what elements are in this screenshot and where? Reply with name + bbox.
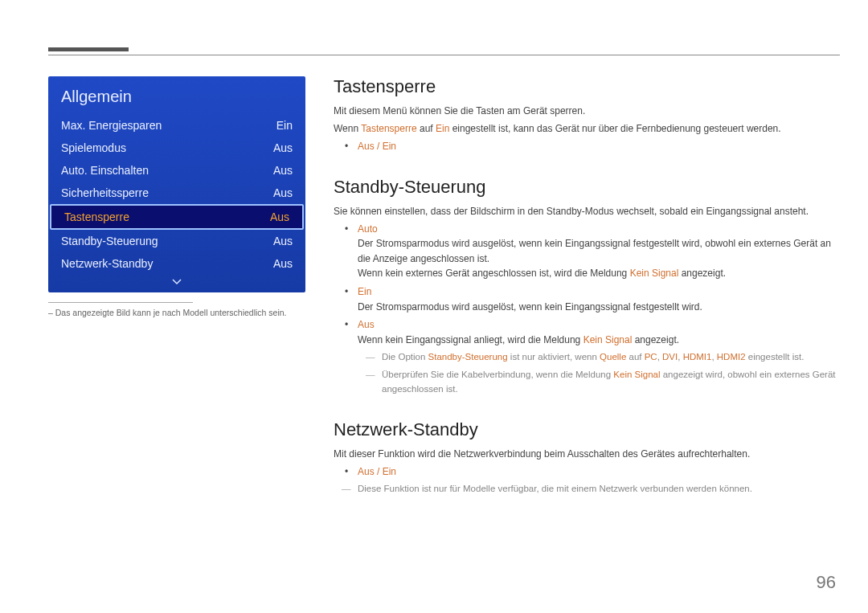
menu-item-sicherheitssperre[interactable]: SicherheitssperreAus xyxy=(48,182,305,204)
section-standby: Standby-Steuerung Sie können einstellen,… xyxy=(334,177,840,397)
heading-tastensperre: Tastensperre xyxy=(334,76,840,97)
heading-standby: Standby-Steuerung xyxy=(334,177,840,198)
option-list: Auto Der Stromsparmodus wird ausgelöst, … xyxy=(334,222,840,397)
settings-menu: Allgemein Max. EnergiesparenEinSpielemod… xyxy=(48,76,305,292)
menu-title: Allgemein xyxy=(48,84,305,114)
section-tastensperre: Tastensperre Mit diesem Menü können Sie … xyxy=(334,76,840,154)
menu-item-label: Netzwerk-Standby xyxy=(61,257,153,270)
note-item: Diese Funktion ist nur für Modelle verfü… xyxy=(354,482,840,497)
figure-footnote: – Das angezeigte Bild kann je nach Model… xyxy=(48,308,305,317)
menu-item-max-energiesparen[interactable]: Max. EnergiesparenEin xyxy=(48,114,305,137)
menu-item-value: Ein xyxy=(276,119,293,132)
menu-item-label: Standby-Steuerung xyxy=(61,235,158,247)
option-list: Aus / Ein xyxy=(334,139,840,154)
page-number: 96 xyxy=(817,572,836,593)
note-list: Diese Funktion ist nur für Modelle verfü… xyxy=(334,482,840,497)
menu-item-value: Aus xyxy=(273,164,293,177)
option-item: Aus / Ein xyxy=(354,139,840,154)
menu-item-label: Auto. Einschalten xyxy=(61,164,149,177)
figure-footnote-rule xyxy=(48,302,193,308)
menu-item-auto-einschalten[interactable]: Auto. EinschaltenAus xyxy=(48,159,305,182)
option-item-aus: Aus Wenn kein Eingangssignal anliegt, wi… xyxy=(354,317,840,397)
text-line: Wenn Tastensperre auf Ein eingestellt is… xyxy=(334,121,840,136)
menu-item-value: Aus xyxy=(270,210,289,223)
menu-item-tastensperre[interactable]: TastensperreAus xyxy=(50,204,304,230)
menu-item-label: Spielemodus xyxy=(61,141,126,154)
text-line: Sie können einstellen, dass der Bildschi… xyxy=(334,204,840,219)
menu-item-label: Sicherheitssperre xyxy=(61,186,149,199)
menu-item-label: Tastensperre xyxy=(64,210,129,223)
text-line: Mit diesem Menü können Sie die Tasten am… xyxy=(334,104,840,118)
text-line: Mit dieser Funktion wird die Netzwerkver… xyxy=(334,447,840,461)
menu-item-standby-steuerung[interactable]: Standby-SteuerungAus xyxy=(48,230,305,252)
menu-item-value: Aus xyxy=(273,186,293,199)
menu-item-value: Aus xyxy=(273,235,293,247)
note-list: Die Option Standby-Steuerung ist nur akt… xyxy=(358,350,840,396)
option-item-ein: Ein Der Stromsparmodus wird ausgelöst, w… xyxy=(354,284,840,314)
section-netzwerk: Netzwerk-Standby Mit dieser Funktion wir… xyxy=(334,419,840,497)
heading-netzwerk: Netzwerk-Standby xyxy=(334,419,840,440)
menu-item-label: Max. Energiesparen xyxy=(61,119,162,132)
menu-item-netzwerk-standby[interactable]: Netzwerk-StandbyAus xyxy=(48,252,305,275)
chevron-down-icon[interactable] xyxy=(48,275,305,289)
page-layout: Allgemein Max. EnergiesparenEinSpielemod… xyxy=(48,76,840,500)
note-item: Die Option Standby-Steuerung ist nur akt… xyxy=(379,350,840,365)
content-column: Tastensperre Mit diesem Menü können Sie … xyxy=(334,76,840,500)
header-rule-bold xyxy=(48,47,129,51)
menu-item-value: Aus xyxy=(273,141,293,154)
option-item: Aus / Ein xyxy=(354,464,840,480)
header-rule xyxy=(48,55,840,55)
note-item: Überprüfen Sie die Kabelverbindung, wenn… xyxy=(379,368,840,397)
menu-item-value: Aus xyxy=(273,257,293,270)
option-item-auto: Auto Der Stromsparmodus wird ausgelöst, … xyxy=(354,222,840,281)
left-column: Allgemein Max. EnergiesparenEinSpielemod… xyxy=(48,76,305,500)
menu-item-spielemodus[interactable]: SpielemodusAus xyxy=(48,137,305,159)
option-list: Aus / Ein xyxy=(334,464,840,480)
